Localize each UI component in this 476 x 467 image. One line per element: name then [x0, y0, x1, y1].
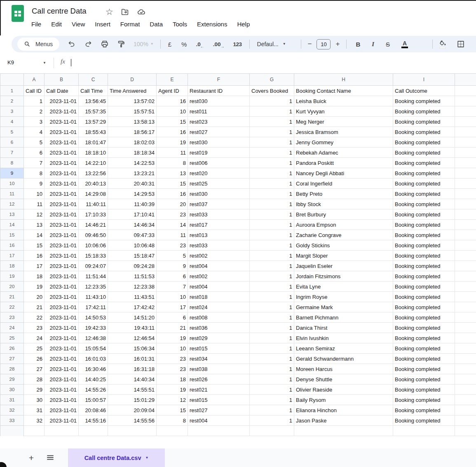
- row-header-10[interactable]: 10: [0, 178, 24, 189]
- cell-E18[interactable]: 9: [157, 261, 188, 271]
- column-header-f[interactable]: F: [188, 74, 250, 86]
- cell-A21[interactable]: 20: [24, 292, 45, 302]
- cell-J19[interactable]: [455, 271, 476, 282]
- row-header-7[interactable]: 7: [0, 148, 24, 158]
- cell-D4[interactable]: 13:58:13: [108, 117, 157, 127]
- cell-J16[interactable]: [455, 240, 476, 251]
- cell-G7[interactable]: 1: [250, 148, 294, 158]
- cell-E29[interactable]: 18: [157, 374, 188, 385]
- cell-B3[interactable]: 2023-11-01: [45, 106, 79, 117]
- cell-E8[interactable]: 8: [157, 158, 188, 168]
- select-all-corner[interactable]: [0, 74, 24, 86]
- cell-A6[interactable]: 5: [24, 137, 45, 148]
- cell-A26[interactable]: 25: [24, 343, 45, 354]
- cell-J23[interactable]: [455, 312, 476, 323]
- cell-J1[interactable]: [455, 86, 476, 96]
- column-header-a[interactable]: A: [24, 74, 45, 86]
- cell-B10[interactable]: 2023-11-01: [45, 178, 79, 189]
- cell-G24[interactable]: 1: [250, 323, 294, 333]
- cell-G9[interactable]: 1: [250, 168, 294, 178]
- cell-G32[interactable]: 1: [250, 405, 294, 415]
- cell-D29[interactable]: 14:40:34: [108, 374, 157, 385]
- row-header-11[interactable]: 11: [0, 189, 24, 199]
- cell-B32[interactable]: 2023-11-01: [45, 405, 79, 415]
- cell-C11[interactable]: 14:29:08: [79, 189, 108, 199]
- cell-G5[interactable]: 1: [250, 127, 294, 137]
- cell-J2[interactable]: [455, 96, 476, 106]
- cloud-saved-icon[interactable]: [136, 7, 146, 17]
- cell-I23[interactable]: Booking completed: [393, 312, 455, 323]
- row-header-21[interactable]: 21: [0, 292, 24, 302]
- font-size-input[interactable]: 10: [317, 39, 331, 49]
- cell-H28[interactable]: Moreen Harcus: [294, 364, 393, 374]
- cell-H7[interactable]: Rebekah Adamec: [294, 148, 393, 158]
- cell-I6[interactable]: Booking completed: [393, 137, 455, 148]
- column-header-h[interactable]: H: [294, 74, 393, 86]
- cell-H24[interactable]: Danica Thirst: [294, 323, 393, 333]
- cell-J7[interactable]: [455, 148, 476, 158]
- cell-H17[interactable]: Margit Sloper: [294, 251, 393, 261]
- cell-B30[interactable]: 2023-11-01: [45, 385, 79, 395]
- cell-C29[interactable]: 14:40:25: [79, 374, 108, 385]
- cell-B24[interactable]: 2023-11-01: [45, 323, 79, 333]
- cell-H12[interactable]: Ibby Stock: [294, 199, 393, 209]
- cell-H6[interactable]: Jenny Gommey: [294, 137, 393, 148]
- cell-A15[interactable]: 14: [24, 230, 45, 240]
- cell-G15[interactable]: 1: [250, 230, 294, 240]
- cell-D24[interactable]: 19:43:11: [108, 323, 157, 333]
- row-header-17[interactable]: 17: [0, 251, 24, 261]
- menu-item-insert[interactable]: Insert: [95, 21, 110, 28]
- cell-H29[interactable]: Denyse Shuttle: [294, 374, 393, 385]
- row-header-partial[interactable]: [0, 426, 24, 436]
- cell-J9[interactable]: [455, 168, 476, 178]
- row-header-24[interactable]: 24: [0, 323, 24, 333]
- cell-B12[interactable]: 2023-11-01: [45, 199, 79, 209]
- cell-H19[interactable]: Jordain Fitzsimons: [294, 271, 393, 282]
- cell-I14[interactable]: Booking completed: [393, 220, 455, 230]
- cell-I13[interactable]: Booking completed: [393, 209, 455, 220]
- cell-B17[interactable]: 2023-11-01: [45, 251, 79, 261]
- cell-D10[interactable]: 20:40:31: [108, 178, 157, 189]
- cell-I29[interactable]: Booking completed: [393, 374, 455, 385]
- cell-I7[interactable]: Booking completed: [393, 148, 455, 158]
- cell-A29[interactable]: 28: [24, 374, 45, 385]
- cell-I17[interactable]: Booking completed: [393, 251, 455, 261]
- cell-D33[interactable]: 14:55:56: [108, 415, 157, 426]
- cell-F30[interactable]: rest021: [188, 385, 250, 395]
- cell-F27[interactable]: rest034: [188, 354, 250, 364]
- cell-H18[interactable]: Jaquelin Eseler: [294, 261, 393, 271]
- cell-J4[interactable]: [455, 117, 476, 127]
- cell-E25[interactable]: 19: [157, 333, 188, 343]
- cell-E12[interactable]: 20: [157, 199, 188, 209]
- cell-A30[interactable]: 29: [24, 385, 45, 395]
- cell-H11[interactable]: Betty Preto: [294, 189, 393, 199]
- column-header-d[interactable]: D: [108, 74, 157, 86]
- cell-J17[interactable]: [455, 251, 476, 261]
- cell-C8[interactable]: 14:22:10: [79, 158, 108, 168]
- add-sheet-button[interactable]: +: [26, 448, 37, 467]
- cell-F26[interactable]: rest015: [188, 343, 250, 354]
- cell-E16[interactable]: 23: [157, 240, 188, 251]
- cell-G26[interactable]: 1: [250, 343, 294, 354]
- cell-E10[interactable]: 15: [157, 178, 188, 189]
- cell-F11[interactable]: rest030: [188, 189, 250, 199]
- cell-F10[interactable]: rest025: [188, 178, 250, 189]
- cell-A14[interactable]: 13: [24, 220, 45, 230]
- cell-H2[interactable]: Leisha Buick: [294, 96, 393, 106]
- cell-D6[interactable]: 18:02:03: [108, 137, 157, 148]
- cell-C4[interactable]: 13:57:29: [79, 117, 108, 127]
- cell-A7[interactable]: 6: [24, 148, 45, 158]
- row-header-29[interactable]: 29: [0, 374, 24, 385]
- cell-B22[interactable]: 2023-11-01: [45, 302, 79, 312]
- cell-G14[interactable]: 1: [250, 220, 294, 230]
- document-title[interactable]: Call centre Data: [32, 7, 87, 16]
- cell-G11[interactable]: 1: [250, 189, 294, 199]
- cell-J10[interactable]: [455, 178, 476, 189]
- row-header-19[interactable]: 19: [0, 271, 24, 282]
- cell-F4[interactable]: rest023: [188, 117, 250, 127]
- cell-J20[interactable]: [455, 282, 476, 292]
- all-sheets-menu-icon[interactable]: [45, 453, 55, 462]
- cell-J5[interactable]: [455, 127, 476, 137]
- cell-F18[interactable]: rest004: [188, 261, 250, 271]
- cell-F29[interactable]: rest026: [188, 374, 250, 385]
